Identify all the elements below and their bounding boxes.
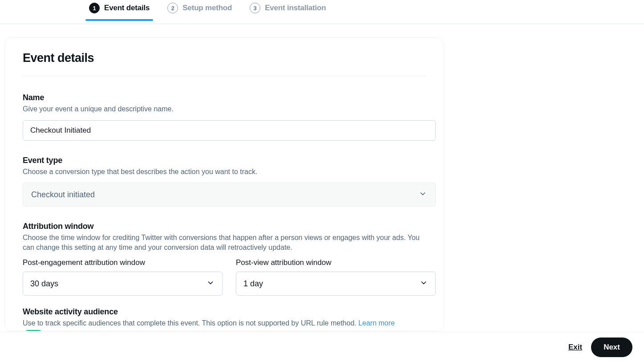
name-label: Name [23,93,426,102]
step-number-2: 2 [167,3,178,13]
step-indicator [85,19,153,21]
step-label-3: Event installation [265,4,326,12]
chevron-down-icon [418,189,427,200]
event-type-desc: Choose a conversion type that best descr… [23,167,426,177]
stepper: 1 Event details 2 Setup method 3 Event i… [0,0,644,24]
toggle-knob [33,331,43,331]
event-type-select[interactable]: Checkout initiated [23,183,436,207]
post-engagement-label: Post-engagement attribution window [23,258,223,267]
next-button[interactable]: Next [591,338,632,357]
chevron-down-icon [419,278,428,289]
learn-more-link[interactable]: Learn more [358,319,395,327]
step-setup-method[interactable]: 2 Setup method [167,3,232,20]
post-engagement-select[interactable]: 30 days [23,272,223,296]
divider [23,76,426,76]
audience-label: Website activity audience [23,307,426,317]
event-details-card: Event details Name Give your event a uni… [4,37,444,331]
post-engagement-value: 30 days [30,279,58,289]
name-desc: Give your event a unique and descriptive… [23,104,426,114]
post-view-col: Post-view attribution window 1 day [236,258,436,296]
page-title: Event details [23,51,426,65]
footer-bar: Exit Next [0,332,644,362]
attribution-field-block: Attribution window Choose the time windo… [23,222,426,296]
audience-desc: Use to track specific audiences that com… [23,318,426,328]
attribution-label: Attribution window [23,222,426,231]
audience-desc-text: Use to track specific audiences that com… [23,319,358,327]
step-label-2: Setup method [182,4,232,12]
audience-toggle[interactable]: ✓ [23,330,44,331]
post-view-value: 1 day [243,279,263,289]
step-event-details[interactable]: 1 Event details [89,3,150,20]
name-field-block: Name Give your event a unique and descri… [23,93,426,141]
event-type-field-block: Event type Choose a conversion type that… [23,156,426,207]
post-view-select[interactable]: 1 day [236,272,436,296]
name-input[interactable] [23,120,436,141]
event-type-label: Event type [23,156,426,165]
attribution-desc: Choose the time window for crediting Twi… [23,233,426,252]
step-event-installation[interactable]: 3 Event installation [250,3,326,20]
post-engagement-col: Post-engagement attribution window 30 da… [23,258,223,296]
exit-button[interactable]: Exit [568,343,582,352]
event-type-selected-value: Checkout initiated [31,190,95,199]
step-label-1: Event details [104,4,150,12]
step-number-3: 3 [250,3,260,13]
post-view-label: Post-view attribution window [236,258,436,267]
chevron-down-icon [206,278,215,289]
step-number-1: 1 [89,3,100,13]
audience-field-block: Website activity audience Use to track s… [23,307,426,331]
